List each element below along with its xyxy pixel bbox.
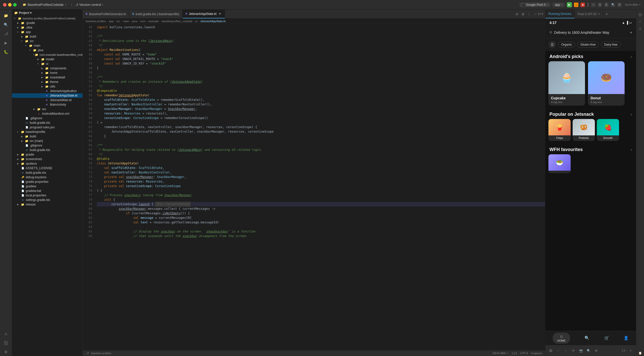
nav-cart[interactable]: 🛒 xyxy=(604,336,609,340)
maximize-button[interactable] xyxy=(13,3,17,7)
ri-icon-4[interactable]: 📋 xyxy=(637,350,643,356)
tree-root-gradle[interactable]: ▶G build.gradle.kts xyxy=(12,170,82,175)
tree-gradlew[interactable]: ▶📄 gradlew xyxy=(12,184,82,189)
tab-more[interactable]: ⋮ xyxy=(526,12,532,17)
tree-gradle-props[interactable]: ▶📄 gradle.properties xyxy=(12,180,82,184)
tab-baseline-generator[interactable]: K BaselineProfileGenerator.kt xyxy=(83,10,129,18)
tree-jetsnack-main[interactable]: ▶K JetsnackMain.kt xyxy=(12,98,82,102)
left-icon-git[interactable]: ⎇ xyxy=(2,30,10,38)
tree-bp-gradle[interactable]: ▶G build.gradle.kts xyxy=(12,148,82,152)
tree-settings-gradle[interactable]: ▶G settings.gradle.kts xyxy=(12,198,82,202)
tab-build-gradle[interactable]: G build.gradle.kts (:baselineprofile) xyxy=(129,10,183,18)
code-text[interactable]: import kotlinx.coroutines.launch /** * D… xyxy=(95,24,545,350)
tree-model[interactable]: ▶📁 model xyxy=(12,57,82,62)
ri-icon-1[interactable]: ⬛ xyxy=(637,12,643,18)
tree-gitignore[interactable]: ▶📄 .gitignore xyxy=(12,116,82,121)
version-control-selector[interactable]: ⎇ Version control ▾ xyxy=(75,3,103,7)
panel-tab-pixel-close[interactable]: ✕ xyxy=(598,13,600,15)
tree-release[interactable]: ▶📁 release xyxy=(12,202,82,207)
code-editor[interactable]: 40 41 42 43 44 45 46 47 48 49 50 51 52 5… xyxy=(83,24,545,350)
tab-split-vertical[interactable]: ⊠ xyxy=(520,12,525,17)
left-icon-explorer[interactable]: 📁 xyxy=(2,12,10,20)
tree-ui[interactable]: ▾📁 ui xyxy=(12,62,82,66)
tree-root[interactable]: ▾ 📁 baseline-profiles [BaselineProfilesC… xyxy=(12,16,82,21)
left-icon-debug[interactable]: 🐛 xyxy=(2,48,10,56)
add-device-button[interactable]: + xyxy=(603,10,610,18)
stop-button[interactable]: ■ xyxy=(580,3,585,7)
dt-settings[interactable]: ⚙ xyxy=(593,347,599,354)
tree-build-gradle[interactable]: ▶G build.gradle.kts xyxy=(12,121,82,125)
card-pretzels[interactable]: 🥨 Pretzels xyxy=(573,119,595,141)
git-branch-name[interactable]: baseline-profiles xyxy=(91,352,111,355)
tree-gradlew-bat[interactable]: ▶📄 gradlew.bat xyxy=(12,189,82,193)
tree-screenshots[interactable]: ▶📁 screenshots xyxy=(12,157,82,161)
card-donut[interactable]: 🍩 Donut A tag line xyxy=(588,61,625,106)
tree-com-package[interactable]: ▾📁 com.example.baselineprofiles_codel xyxy=(12,52,82,57)
card-wfh1[interactable]: 🥗 xyxy=(548,154,571,173)
chip-gluten-free[interactable]: Gluten-free xyxy=(577,42,599,48)
device-selector[interactable]: 📱 Google Pixel 5 ▾ xyxy=(519,3,550,7)
tree-bp-gitignore[interactable]: ▶📄 .gitignore xyxy=(12,143,82,148)
tree-jetsnack-state[interactable]: ▶K JetsnackAppState.kt xyxy=(12,93,82,98)
tree-main[interactable]: ▾📁 main xyxy=(12,43,82,48)
tree-gradle-folder[interactable]: ▶📁 gradle xyxy=(12,152,82,157)
tree-jetsnack-app[interactable]: ▶K JetsnackApplication xyxy=(12,89,82,93)
card-cupcake[interactable]: 🧁 Cupcake A tag line xyxy=(548,61,585,106)
tree-res[interactable]: ▶📁 res xyxy=(12,107,82,111)
line-col[interactable]: 1:11 xyxy=(512,352,517,355)
run-button[interactable]: ▶ xyxy=(567,2,572,7)
tab-split-horizontal[interactable]: ⊟ xyxy=(514,12,519,17)
tree-home[interactable]: ▶📁 home xyxy=(12,71,82,75)
tree-bp-src[interactable]: ▶📁 src [main] xyxy=(12,139,82,143)
dt-add[interactable]: + xyxy=(627,347,634,354)
tree-assets[interactable]: ▶📄 ASSETS_LICENSE xyxy=(12,166,82,170)
app-header[interactable]: ≡ Delivery to 1600 Amphitheater Way ▾ xyxy=(545,27,636,38)
dt-power[interactable]: ⏻ xyxy=(547,347,554,354)
popular-arrow[interactable]: › xyxy=(631,112,632,117)
tree-bp-build[interactable]: ▶📁 build xyxy=(12,134,82,139)
left-icon-terminal[interactable]: ⬛ xyxy=(2,339,10,347)
tree-theme[interactable]: ▶📁 theme xyxy=(12,80,82,84)
ri-icon-3[interactable]: ⚙ xyxy=(637,26,643,32)
tree-debug-keystore[interactable]: ▶🔑 debug.keystore xyxy=(12,175,82,180)
nav-search[interactable]: 🔍 xyxy=(584,336,590,340)
toolbar-icon-2[interactable]: ⊕ xyxy=(598,3,602,7)
androids-picks-arrow[interactable]: › xyxy=(631,54,632,59)
dt-zoom[interactable]: 🔍 xyxy=(585,347,592,354)
minimize-button[interactable] xyxy=(8,3,12,7)
dt-screenshot[interactable]: 📷 xyxy=(578,347,584,354)
ri-icon-2[interactable]: ≡ xyxy=(637,19,643,25)
filetree-header[interactable]: 📁 Project ▾ xyxy=(12,10,82,16)
left-icon-settings[interactable]: ⚙ xyxy=(2,348,10,356)
tree-app-src[interactable]: ▾📁 src xyxy=(12,39,82,43)
tree-app[interactable]: ▾📁 app xyxy=(12,30,82,34)
app-selector[interactable]: app ▾ xyxy=(552,3,565,7)
tree-local-props[interactable]: ▶📄 local.properties xyxy=(12,193,82,198)
project-selector[interactable]: 📁 BaselineProfilesCodelab ▾ xyxy=(21,2,68,7)
tree-gradle[interactable]: ▶📁 .gradle xyxy=(12,21,82,25)
tree-idea[interactable]: ▶📁 .idea xyxy=(12,25,82,30)
wfh-arrow[interactable]: › xyxy=(631,147,632,152)
tab-close-icon[interactable]: ✕ xyxy=(218,12,222,16)
tree-baselineprofile[interactable]: ▾📁 baselineprofile xyxy=(12,130,82,134)
filter-icon[interactable]: ☰ xyxy=(548,41,556,48)
dt-back[interactable]: ← xyxy=(555,347,562,354)
chip-dairy-free[interactable]: Dairy-free xyxy=(601,42,621,48)
left-icon-search[interactable]: 🔍 xyxy=(2,21,10,29)
app-screen[interactable]: ≡ Delivery to 1600 Amphitheater Way ▾ ☰ … xyxy=(545,27,636,331)
dt-rotate[interactable]: ⟳ xyxy=(570,347,577,354)
tree-manifest[interactable]: ▶X AndroidManifest.xml xyxy=(12,111,82,116)
tree-components[interactable]: ▶📁 components xyxy=(12,66,82,71)
indent[interactable]: 4 spaces xyxy=(531,352,542,355)
panel-tab-running-devices[interactable]: Running Devices xyxy=(545,10,575,18)
toolbar-icon-3[interactable]: ☰ xyxy=(604,3,609,7)
close-button[interactable] xyxy=(3,3,7,7)
tree-proguard[interactable]: ▶📄 proguard-rules.pro xyxy=(12,125,82,130)
left-icon-problems[interactable]: ⚠ xyxy=(2,330,10,338)
tree-main-activity[interactable]: ▶K MainActivity xyxy=(12,102,82,107)
tree-utils[interactable]: ▶📁 utils xyxy=(12,84,82,89)
toolbar-icon-1[interactable]: ⌖ xyxy=(591,3,596,7)
nav-home[interactable]: ⌂ HOME xyxy=(553,333,570,344)
card-chips[interactable]: 🍟 Chips xyxy=(548,119,571,141)
chip-organic[interactable]: Organic xyxy=(558,42,575,48)
